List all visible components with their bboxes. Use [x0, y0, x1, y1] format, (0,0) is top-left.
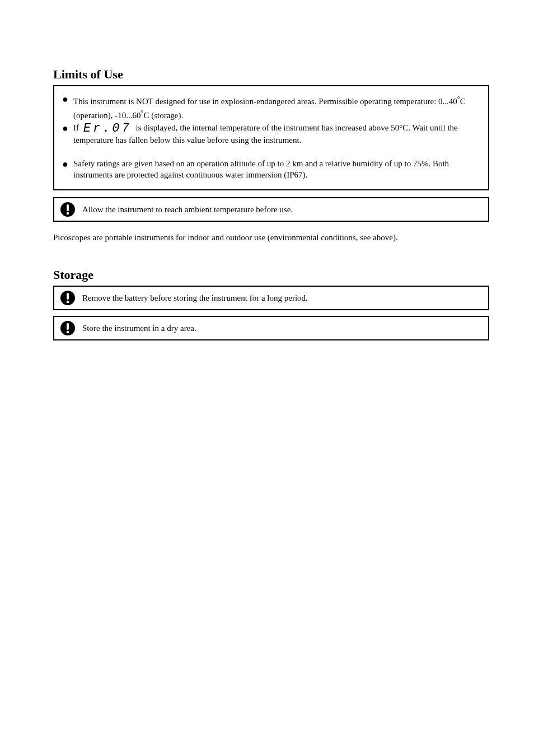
paragraph: Picoscopes are portable instruments for …: [53, 232, 489, 243]
section-title-limits: Limits of Use: [53, 67, 489, 82]
bullet-dot-icon: ●: [62, 158, 73, 170]
bullet-item: ● Safety ratings are given based on an o…: [62, 158, 480, 180]
important-text: Remove the battery before storing the in…: [82, 293, 483, 303]
bullet-text: Safety ratings are given based on an ope…: [73, 158, 480, 180]
limits-box: ● This instrument is NOT designed for us…: [53, 85, 489, 190]
page: Limits of Use ● This instrument is NOT d…: [0, 0, 534, 756]
bullet-fragment: C (storage).: [143, 111, 183, 120]
svg-rect-7: [67, 323, 69, 330]
spacer: [53, 245, 489, 268]
important-note: Allow the instrument to reach ambient te…: [53, 197, 489, 222]
important-text: Allow the instrument to reach ambient te…: [82, 204, 483, 214]
exclamation-icon: [60, 320, 76, 336]
section-title-storage: Storage: [53, 268, 489, 282]
bullet-dot-icon: ●: [62, 93, 73, 105]
important-note: Remove the battery before storing the in…: [53, 286, 489, 310]
important-text: Store the instrument in a dry area.: [82, 323, 483, 333]
important-note: Store the instrument in a dry area.: [53, 316, 489, 340]
bullet-fragment: This instrument is NOT designed for use …: [73, 97, 457, 106]
svg-rect-4: [67, 293, 69, 300]
spacer: [62, 147, 480, 157]
bullet-text: This instrument is NOT designed for use …: [73, 93, 480, 121]
error-code-display: Er.07: [81, 123, 134, 134]
bullet-item: ● If Er.07 is displayed, the internal te…: [62, 122, 480, 146]
bullet-fragment: If: [73, 123, 81, 132]
bullet-fragment: Safety ratings are given based on an ope…: [73, 159, 449, 179]
exclamation-icon: [60, 290, 76, 306]
exclamation-icon: [60, 202, 76, 217]
bullet-dot-icon: ●: [62, 122, 73, 134]
svg-point-5: [67, 300, 69, 303]
svg-point-2: [67, 212, 69, 214]
bullet-text: If Er.07 is displayed, the internal temp…: [73, 122, 480, 146]
svg-point-8: [67, 330, 69, 333]
bullet-item: ● This instrument is NOT designed for us…: [62, 93, 480, 121]
svg-rect-1: [67, 204, 69, 211]
